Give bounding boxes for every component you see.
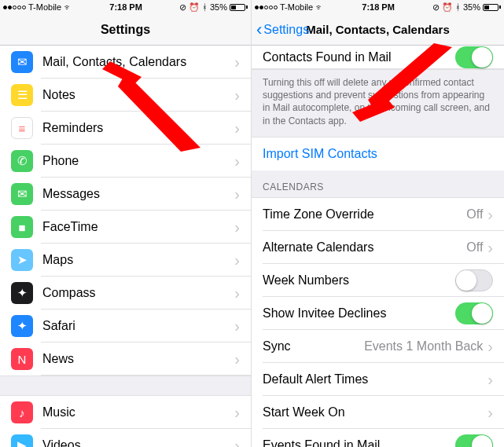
row-label: Safari (42, 319, 234, 333)
chevron-right-icon: › (234, 252, 240, 268)
battery-icon (483, 4, 501, 11)
calendar-row[interactable]: Time Zone OverrideOff› (252, 198, 504, 231)
bluetooth-icon: ᚼ (455, 2, 461, 12)
signal-icon (3, 5, 26, 9)
phone-icon: ✆ (11, 150, 33, 172)
row-label: Videos (42, 438, 234, 447)
footer-text: Turning this off will delete any unconfi… (252, 69, 504, 137)
row-label: Sync (263, 339, 364, 354)
settings-row-mail[interactable]: ✉Mail, Contacts, Calendars› (0, 46, 251, 79)
music-icon: ♪ (11, 401, 33, 423)
row-label: News (42, 352, 234, 366)
import-sim-link[interactable]: Import SIM Contacts (252, 137, 504, 170)
alarm-icon: ⏰ (442, 2, 453, 13)
calendar-row[interactable]: Show Invitee Declines (252, 297, 504, 330)
rotation-lock-icon: ⊘ (179, 2, 186, 13)
row-label: Compass (42, 286, 234, 300)
chevron-right-icon: › (234, 120, 240, 136)
chevron-right-icon: › (487, 207, 493, 222)
chevron-right-icon: › (487, 339, 493, 354)
rotation-lock-icon: ⊘ (432, 2, 440, 13)
calendar-row[interactable]: SyncEvents 1 Month Back› (252, 330, 504, 363)
row-label: Start Week On (263, 405, 487, 420)
chevron-left-icon: ‹ (256, 21, 262, 38)
toggle-switch[interactable] (455, 302, 493, 324)
row-label: Notes (42, 88, 234, 102)
row-label: Contacts Found in Mail (263, 50, 392, 64)
notes-icon: ☰ (11, 84, 33, 106)
signal-icon (255, 5, 278, 9)
chevron-right-icon: › (234, 153, 240, 169)
wifi-icon: ᯤ (315, 2, 324, 12)
messages-icon: ✉ (11, 183, 33, 205)
videos-icon: ▶ (11, 434, 33, 447)
contacts-found-row[interactable]: Contacts Found in Mail (252, 46, 504, 69)
row-label: FaceTime (42, 220, 234, 234)
settings-row-notes[interactable]: ☰Notes› (0, 79, 251, 112)
row-value: Events 1 Month Back (364, 339, 483, 354)
chevron-right-icon: › (487, 240, 493, 255)
section-header: CALENDARS (252, 170, 504, 198)
maps-icon: ➤ (11, 249, 33, 271)
row-label: Messages (42, 187, 234, 201)
settings-row-videos[interactable]: ▶Videos› (0, 429, 251, 447)
chevron-right-icon: › (234, 438, 240, 447)
alarm-icon: ⏰ (189, 2, 200, 13)
calendar-row[interactable]: Week Numbers (252, 264, 504, 297)
chevron-right-icon: › (234, 351, 240, 367)
settings-row-music[interactable]: ♪Music› (0, 396, 251, 429)
settings-row-reminders[interactable]: ≡Reminders› (0, 112, 251, 145)
mail-icon: ✉ (11, 51, 33, 73)
calendar-row[interactable]: Default Alert Times› (252, 363, 504, 396)
status-bar: T-Mobile ᯤ 7:18 PM ⊘ ⏰ ᚼ 35% (252, 0, 504, 14)
settings-row-facetime[interactable]: ■FaceTime› (0, 211, 251, 244)
chevron-right-icon: › (234, 219, 240, 235)
nav-bar: Settings (0, 14, 251, 46)
calendar-row[interactable]: Start Week On› (252, 396, 504, 429)
chevron-right-icon: › (234, 318, 240, 334)
carrier-label: T-Mobile (28, 2, 61, 12)
settings-row-safari[interactable]: ✦Safari› (0, 310, 251, 343)
chevron-right-icon: › (234, 54, 240, 70)
settings-row-compass[interactable]: ✦Compass› (0, 277, 251, 310)
status-time: 7:18 PM (109, 2, 142, 12)
chevron-right-icon: › (487, 405, 493, 420)
toggle-switch[interactable] (455, 269, 493, 291)
row-label: Events Found in Mail (263, 438, 455, 447)
calendar-row[interactable]: Events Found in Mail (252, 429, 504, 447)
settings-row-phone[interactable]: ✆Phone› (0, 145, 251, 178)
status-time: 7:18 PM (362, 2, 395, 12)
row-value: Off (466, 240, 483, 255)
back-button[interactable]: ‹ Settings (256, 21, 309, 38)
page-title: Mail, Contacts, Calendars (306, 23, 450, 36)
row-label: Music (42, 405, 234, 420)
battery-icon (230, 4, 248, 11)
row-label: Show Invitee Declines (263, 306, 455, 321)
nav-bar: ‹ Settings Mail, Contacts, Calendars (252, 14, 504, 46)
chevron-right-icon: › (234, 405, 240, 420)
reminders-icon: ≡ (11, 117, 33, 139)
chevron-right-icon: › (234, 285, 240, 301)
row-label: Phone (42, 154, 234, 168)
row-label: Maps (42, 253, 234, 267)
wifi-icon: ᯤ (64, 2, 72, 12)
contacts-found-switch[interactable] (455, 46, 493, 68)
settings-row-news[interactable]: NNews› (0, 343, 251, 376)
toggle-switch[interactable] (455, 434, 493, 447)
battery-pct: 35% (210, 2, 227, 12)
battery-pct: 35% (463, 2, 480, 12)
chevron-right-icon: › (487, 372, 493, 387)
row-label: Reminders (42, 121, 234, 135)
news-icon: N (11, 348, 33, 370)
settings-row-messages[interactable]: ✉Messages› (0, 178, 251, 211)
settings-row-maps[interactable]: ➤Maps› (0, 244, 251, 277)
chevron-right-icon: › (234, 186, 240, 202)
facetime-icon: ■ (11, 216, 33, 238)
row-value: Off (466, 207, 483, 222)
status-bar: T-Mobile ᯤ 7:18 PM ⊘ ⏰ ᚼ 35% (0, 0, 251, 14)
calendar-row[interactable]: Alternate CalendarsOff› (252, 231, 504, 264)
carrier-label: T-Mobile (280, 2, 313, 12)
row-label: Alternate Calendars (263, 240, 466, 255)
group-separator (0, 376, 251, 396)
row-label: Default Alert Times (263, 372, 487, 387)
